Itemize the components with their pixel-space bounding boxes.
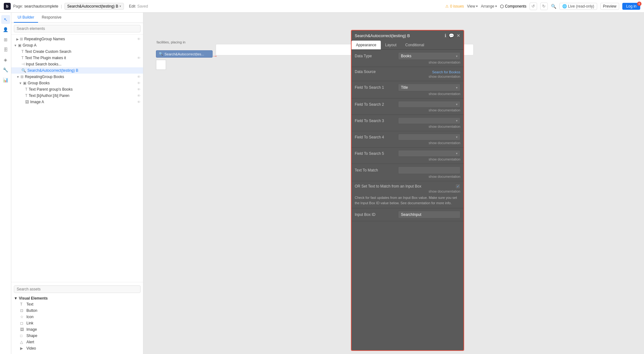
tree-item-text-create[interactable]: T Text Create Custom Search [11, 48, 143, 55]
text-to-match-show-doc[interactable]: show documentation [355, 175, 460, 178]
field-to-search-2: Field To Search 2 ▾ show documentation [352, 98, 464, 115]
input-box-id-input[interactable] [398, 211, 460, 218]
data-type-dropdown[interactable]: Books ▾ [398, 52, 460, 60]
field-search-5-show-doc[interactable]: show documentation [355, 157, 460, 161]
field-to-search-2-dropdown[interactable]: ▾ [398, 101, 460, 108]
plugin-panel-header: Search&Autocorrect(testing) B ℹ 💬 ✕ [352, 31, 464, 41]
or-set-show-doc[interactable]: show documentation [355, 189, 460, 193]
field-to-search-1-dropdown[interactable]: Title ▾ [398, 84, 460, 91]
arrange-label: Arrange [481, 4, 494, 8]
field-to-search-5-dropdown[interactable]: ▾ [398, 150, 460, 157]
assets-item-label: Link [26, 321, 33, 325]
info-icon[interactable]: ℹ [445, 33, 446, 38]
assets-item-text[interactable]: T Text [14, 301, 141, 307]
tree-item-repeatinggroup-names[interactable]: ▶ ⊞ RepeatingGroup Names 👁 [11, 36, 143, 42]
field-to-search-1: Field To Search 1 Title ▾ show documenta… [352, 81, 464, 98]
assets-item-button[interactable]: ⊡ Button [14, 307, 141, 314]
comment-icon[interactable]: 💬 [449, 33, 454, 38]
element-search-input[interactable] [14, 25, 141, 32]
tree-item-repeatinggroup-books[interactable]: ▼ ⊞ RepeatingGroup Books 👁 [11, 74, 143, 80]
canvas-search-autocomplete[interactable]: 🔍 Search&Autocorrect(tes... [156, 50, 213, 58]
element-search-bar [11, 23, 143, 35]
field-label-search-4: Field To Search 4 [355, 135, 396, 139]
tree-item-input-search[interactable]: ⊣ Input Search books... [11, 61, 143, 67]
tree-item-text-parent[interactable]: T Text Parent group's Books 👁 [11, 86, 143, 93]
icon-bar-pointer[interactable]: ↖ [1, 15, 10, 24]
tree-item-image-a[interactable]: 🖼 Image A 👁 [11, 99, 143, 105]
eye-icon[interactable]: 👁 [137, 56, 141, 60]
tree-arrow[interactable]: ▶ [16, 37, 19, 41]
close-icon[interactable]: ✕ [457, 33, 460, 38]
canvas-search-label: Search&Autocorrect(tes... [164, 52, 204, 56]
tab-appearance[interactable]: Appearance [352, 41, 381, 49]
tab-responsive[interactable]: Responsive [38, 13, 65, 23]
plugin-panel: Search&Autocorrect(testing) B ℹ 💬 ✕ Appe… [351, 30, 464, 351]
tab-layout[interactable]: Layout [381, 41, 401, 49]
icon-bar-layers[interactable]: ◈ [1, 55, 10, 64]
text-to-match-input[interactable] [398, 166, 460, 174]
tree-arrow[interactable]: ▼ [16, 75, 19, 79]
edit-button[interactable]: Edit [129, 4, 136, 8]
arrange-button[interactable]: Arrange ▾ [481, 4, 497, 8]
live-label: Live (read-only) [568, 4, 594, 8]
undo-button[interactable]: ↺ [530, 3, 537, 10]
field-search-4-show-doc[interactable]: show documentation [355, 141, 460, 145]
eye-icon[interactable]: 👁 [137, 87, 141, 91]
data-source-show-doc[interactable]: show documentation [355, 75, 460, 78]
field-to-search-3-dropdown[interactable]: ▾ [398, 117, 460, 124]
field-control-input-box-id [398, 211, 460, 218]
or-set-text-row: OR Set Text to Match from an Input Box ✓ [355, 184, 460, 189]
live-button[interactable]: 🌐 Live (read-only) [559, 3, 597, 10]
field-search-1-show-doc[interactable]: show documentation [355, 92, 460, 96]
issues-badge[interactable]: ⚠ 0 issues [445, 4, 464, 8]
eye-icon[interactable]: 👁 [137, 81, 141, 85]
assets-item-alert[interactable]: △ Alert [14, 339, 141, 345]
redo-button[interactable]: ↻ [540, 3, 548, 10]
data-source-link[interactable]: Search for Bookss [398, 70, 460, 74]
field-search-2-show-doc[interactable]: show documentation [355, 108, 460, 112]
view-button[interactable]: View ▾ [467, 4, 478, 8]
dropdown-caret: ▾ [456, 103, 458, 106]
data-type-show-doc[interactable]: show documentation [355, 60, 460, 64]
tab-conditional[interactable]: Conditional [401, 41, 429, 49]
assets-category-header[interactable]: ▼ Visual Elements [14, 296, 141, 301]
tab-ui-builder[interactable]: UI Builder [14, 13, 38, 23]
assets-item-image[interactable]: 🖼 Image [14, 326, 141, 333]
canvas[interactable]: facilities, placing in 🔍 Search&Autocorr… [143, 13, 644, 354]
field-search-3-show-doc[interactable]: show documentation [355, 125, 460, 128]
icon-bar-tools[interactable]: 🔧 [1, 65, 10, 74]
tree-item-group-a[interactable]: ▼ ▣ Group A [11, 42, 143, 48]
icon-bar-chart[interactable]: 📊 [1, 76, 10, 84]
tree-item-search-autocorrect[interactable]: 🔍 Search&Autocorrect(testing) B [11, 67, 143, 74]
topbar-sep: | [61, 4, 62, 8]
assets-item-shape[interactable]: □ Shape [14, 333, 141, 339]
icon-bar-user[interactable]: 👤 [1, 25, 10, 34]
search-button[interactable]: 🔍 [551, 4, 556, 9]
assets-item-video[interactable]: ▶ Video [14, 345, 141, 351]
icon-bar-grid[interactable]: ⊞ [1, 35, 10, 44]
tree-item-text-plugin[interactable]: T Text The Plugin makes it 👁 [11, 55, 143, 61]
tree-label: Group Books [28, 81, 137, 85]
eye-icon[interactable]: 👁 [137, 94, 141, 98]
page-label: Page: [13, 4, 23, 8]
assets-item-link[interactable]: ◻ Link [14, 320, 141, 326]
eye-icon[interactable]: 👁 [137, 75, 141, 79]
assets-item-icon[interactable]: ☆ Icon [14, 314, 141, 320]
assets-search-input[interactable] [14, 285, 141, 293]
tree-arrow[interactable]: ▼ [19, 81, 22, 85]
tree-item-text-author[interactable]: T Text [b]Author:[/b] Paren 👁 [11, 93, 143, 99]
eye-icon[interactable]: 👁 [137, 37, 141, 41]
components-button[interactable]: ⬡ Components [500, 4, 526, 9]
field-to-search-4-dropdown[interactable]: ▾ [398, 134, 460, 140]
tree-arrow[interactable]: ▼ [14, 44, 17, 47]
page-tab[interactable]: Search&Autocorrect(testing) B ▾ [64, 3, 124, 10]
left-panel: UI Builder Responsive ▶ ⊞ RepeatingGroup… [11, 13, 143, 354]
preview-button[interactable]: Preview [600, 3, 619, 10]
data-type-value: Books [401, 54, 411, 58]
icon-bar-db[interactable]: 🗄 [1, 45, 10, 54]
or-set-text-checkbox[interactable]: ✓ [455, 184, 460, 189]
tree-item-group-books[interactable]: ▼ ▣ Group Books 👁 [11, 80, 143, 86]
field-data-source-row: Data Source Search for Bookss [355, 70, 460, 74]
eye-icon[interactable]: 👁 [137, 100, 141, 104]
field-label-or-set: OR Set Text to Match from an Input Box [355, 184, 455, 188]
